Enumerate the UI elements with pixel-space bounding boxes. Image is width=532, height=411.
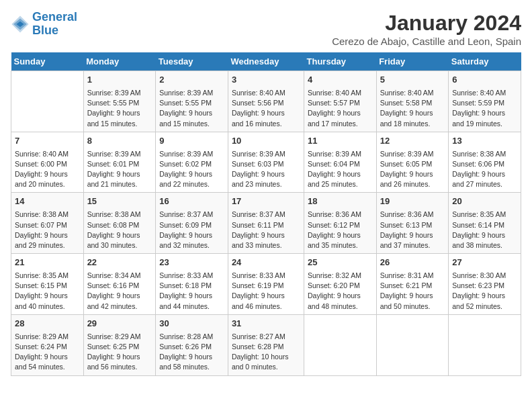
- day-number: 27: [452, 257, 517, 269]
- day-info: Sunrise: 8:36 AM Sunset: 6:12 PM Dayligh…: [308, 210, 373, 250]
- day-number: 5: [380, 74, 445, 87]
- calendar-cell: 18Sunrise: 8:36 AM Sunset: 6:12 PM Dayli…: [304, 193, 377, 254]
- day-info: Sunrise: 8:39 AM Sunset: 6:04 PM Dayligh…: [308, 149, 373, 190]
- calendar-cell: 31Sunrise: 8:27 AM Sunset: 6:28 PM Dayli…: [228, 314, 304, 375]
- week-row-3: 14Sunrise: 8:38 AM Sunset: 6:07 PM Dayli…: [11, 193, 521, 254]
- day-info: Sunrise: 8:27 AM Sunset: 6:28 PM Dayligh…: [232, 332, 300, 373]
- day-number: 29: [87, 318, 152, 330]
- day-number: 12: [380, 135, 445, 148]
- calendar-cell: 26Sunrise: 8:31 AM Sunset: 6:21 PM Dayli…: [376, 254, 449, 315]
- day-number: 14: [15, 195, 80, 208]
- day-info: Sunrise: 8:33 AM Sunset: 6:18 PM Dayligh…: [159, 271, 224, 312]
- day-info: Sunrise: 8:39 AM Sunset: 6:05 PM Dayligh…: [380, 149, 445, 190]
- day-info: Sunrise: 8:32 AM Sunset: 6:20 PM Dayligh…: [308, 271, 373, 312]
- day-number: 11: [308, 135, 373, 148]
- day-number: 10: [232, 135, 300, 148]
- day-number: 7: [15, 135, 80, 148]
- day-info: Sunrise: 8:38 AM Sunset: 6:06 PM Dayligh…: [452, 149, 517, 190]
- calendar-cell: 10Sunrise: 8:39 AM Sunset: 6:03 PM Dayli…: [228, 132, 304, 193]
- calendar-cell: 6Sunrise: 8:40 AM Sunset: 5:59 PM Daylig…: [449, 71, 521, 132]
- header-cell-saturday: Saturday: [449, 52, 521, 71]
- day-number: 6: [452, 74, 517, 87]
- calendar-cell: 27Sunrise: 8:30 AM Sunset: 6:23 PM Dayli…: [449, 254, 521, 315]
- calendar-cell: 12Sunrise: 8:39 AM Sunset: 6:05 PM Dayli…: [376, 132, 449, 193]
- day-info: Sunrise: 8:39 AM Sunset: 5:55 PM Dayligh…: [87, 88, 152, 129]
- day-info: Sunrise: 8:33 AM Sunset: 6:19 PM Dayligh…: [232, 271, 300, 312]
- day-info: Sunrise: 8:28 AM Sunset: 6:26 PM Dayligh…: [159, 332, 224, 373]
- calendar-cell: 17Sunrise: 8:37 AM Sunset: 6:11 PM Dayli…: [228, 193, 304, 254]
- day-number: 30: [159, 318, 224, 330]
- page-header: General Blue January 2024 Cerezo de Abaj…: [11, 11, 521, 47]
- day-number: 19: [380, 195, 445, 208]
- day-number: 22: [87, 257, 152, 269]
- week-row-2: 7Sunrise: 8:40 AM Sunset: 6:00 PM Daylig…: [11, 132, 521, 193]
- day-number: 15: [87, 195, 152, 208]
- calendar-cell: 1Sunrise: 8:39 AM Sunset: 5:55 PM Daylig…: [83, 71, 156, 132]
- calendar-cell: 20Sunrise: 8:35 AM Sunset: 6:14 PM Dayli…: [449, 193, 521, 254]
- day-info: Sunrise: 8:37 AM Sunset: 6:09 PM Dayligh…: [159, 210, 224, 250]
- header-cell-monday: Monday: [83, 52, 156, 71]
- day-info: Sunrise: 8:29 AM Sunset: 6:24 PM Dayligh…: [15, 332, 80, 373]
- day-number: 21: [15, 257, 80, 269]
- day-info: Sunrise: 8:40 AM Sunset: 5:59 PM Dayligh…: [452, 88, 517, 129]
- header-cell-tuesday: Tuesday: [156, 52, 228, 71]
- day-info: Sunrise: 8:35 AM Sunset: 6:15 PM Dayligh…: [15, 271, 80, 312]
- calendar-cell: 15Sunrise: 8:38 AM Sunset: 6:08 PM Dayli…: [83, 193, 156, 254]
- calendar-cell: 23Sunrise: 8:33 AM Sunset: 6:18 PM Dayli…: [156, 254, 228, 315]
- day-info: Sunrise: 8:30 AM Sunset: 6:23 PM Dayligh…: [452, 271, 517, 312]
- calendar-cell: 25Sunrise: 8:32 AM Sunset: 6:20 PM Dayli…: [304, 254, 377, 315]
- day-number: 13: [452, 135, 517, 148]
- calendar-table: SundayMondayTuesdayWednesdayThursdayFrid…: [11, 52, 521, 376]
- calendar-cell: 11Sunrise: 8:39 AM Sunset: 6:04 PM Dayli…: [304, 132, 377, 193]
- calendar-cell: 29Sunrise: 8:29 AM Sunset: 6:25 PM Dayli…: [83, 314, 156, 375]
- title-area: January 2024 Cerezo de Abajo, Castille a…: [332, 11, 521, 47]
- day-info: Sunrise: 8:39 AM Sunset: 5:55 PM Dayligh…: [159, 88, 224, 129]
- calendar-cell: 30Sunrise: 8:28 AM Sunset: 6:26 PM Dayli…: [156, 314, 228, 375]
- day-number: 2: [159, 74, 224, 87]
- day-number: 28: [15, 318, 80, 330]
- day-number: 23: [159, 257, 224, 269]
- day-number: 31: [232, 318, 300, 330]
- day-number: 17: [232, 195, 300, 208]
- day-number: 4: [308, 74, 373, 87]
- header-cell-sunday: Sunday: [11, 52, 84, 71]
- day-number: 16: [159, 195, 224, 208]
- calendar-cell: 24Sunrise: 8:33 AM Sunset: 6:19 PM Dayli…: [228, 254, 304, 315]
- day-number: 26: [380, 257, 445, 269]
- calendar-cell: [304, 314, 377, 375]
- calendar-cell: 13Sunrise: 8:38 AM Sunset: 6:06 PM Dayli…: [449, 132, 521, 193]
- calendar-cell: 22Sunrise: 8:34 AM Sunset: 6:16 PM Dayli…: [83, 254, 156, 315]
- logo-icon: [11, 15, 30, 34]
- day-number: 18: [308, 195, 373, 208]
- calendar-cell: 21Sunrise: 8:35 AM Sunset: 6:15 PM Dayli…: [11, 254, 84, 315]
- day-info: Sunrise: 8:39 AM Sunset: 6:01 PM Dayligh…: [87, 149, 152, 190]
- calendar-cell: 19Sunrise: 8:36 AM Sunset: 6:13 PM Dayli…: [376, 193, 449, 254]
- day-info: Sunrise: 8:38 AM Sunset: 6:08 PM Dayligh…: [87, 210, 152, 250]
- day-info: Sunrise: 8:34 AM Sunset: 6:16 PM Dayligh…: [87, 271, 152, 312]
- day-info: Sunrise: 8:37 AM Sunset: 6:11 PM Dayligh…: [232, 210, 300, 250]
- week-row-4: 21Sunrise: 8:35 AM Sunset: 6:15 PM Dayli…: [11, 254, 521, 315]
- day-number: 8: [87, 135, 152, 148]
- calendar-cell: 9Sunrise: 8:39 AM Sunset: 6:02 PM Daylig…: [156, 132, 228, 193]
- calendar-cell: 2Sunrise: 8:39 AM Sunset: 5:55 PM Daylig…: [156, 71, 228, 132]
- calendar-cell: 5Sunrise: 8:40 AM Sunset: 5:58 PM Daylig…: [376, 71, 449, 132]
- header-cell-wednesday: Wednesday: [228, 52, 304, 71]
- header-row: SundayMondayTuesdayWednesdayThursdayFrid…: [11, 52, 521, 71]
- calendar-cell: [376, 314, 449, 375]
- day-info: Sunrise: 8:38 AM Sunset: 6:07 PM Dayligh…: [15, 210, 80, 250]
- day-info: Sunrise: 8:29 AM Sunset: 6:25 PM Dayligh…: [87, 332, 152, 373]
- day-info: Sunrise: 8:35 AM Sunset: 6:14 PM Dayligh…: [452, 210, 517, 250]
- day-number: 24: [232, 257, 300, 269]
- logo: General Blue: [11, 11, 77, 38]
- calendar-cell: 7Sunrise: 8:40 AM Sunset: 6:00 PM Daylig…: [11, 132, 84, 193]
- calendar-cell: 14Sunrise: 8:38 AM Sunset: 6:07 PM Dayli…: [11, 193, 84, 254]
- day-info: Sunrise: 8:40 AM Sunset: 5:58 PM Dayligh…: [380, 88, 445, 129]
- calendar-cell: [11, 71, 84, 132]
- logo-line1: General: [32, 10, 77, 24]
- calendar-cell: 8Sunrise: 8:39 AM Sunset: 6:01 PM Daylig…: [83, 132, 156, 193]
- calendar-cell: 28Sunrise: 8:29 AM Sunset: 6:24 PM Dayli…: [11, 314, 84, 375]
- logo-line2: Blue: [32, 24, 58, 37]
- day-number: 25: [308, 257, 373, 269]
- calendar-subtitle: Cerezo de Abajo, Castille and Leon, Spai…: [332, 36, 521, 47]
- calendar-cell: [449, 314, 521, 375]
